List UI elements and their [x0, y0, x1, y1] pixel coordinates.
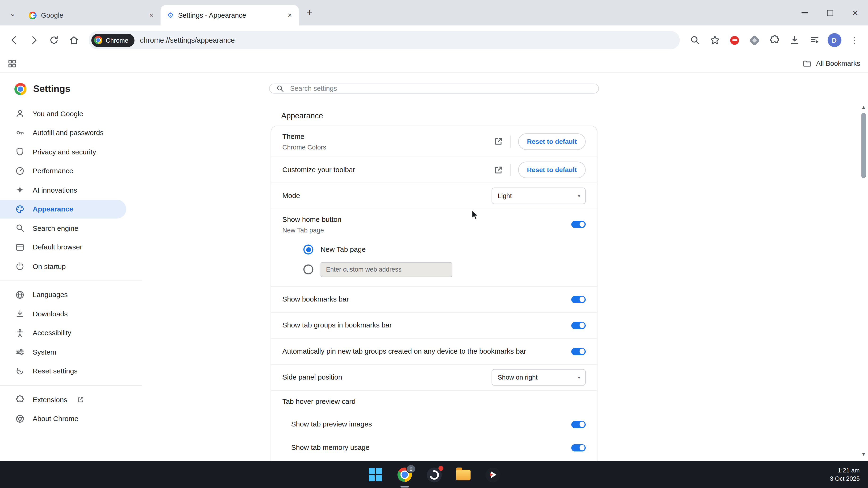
scrollbar-thumb[interactable]	[861, 113, 866, 178]
forward-button[interactable]	[24, 31, 43, 50]
home-button[interactable]	[64, 31, 83, 50]
taskbar-obs-button[interactable]	[426, 466, 442, 483]
tab-groups-toggle[interactable]	[571, 322, 586, 329]
external-link-icon[interactable]	[494, 137, 503, 146]
sidebar-item-label: Privacy and security	[33, 148, 96, 156]
taskbar-file-explorer-button[interactable]	[455, 466, 471, 483]
sidebar-item-label: Search engine	[33, 224, 78, 232]
settings-search-input[interactable]	[289, 84, 592, 93]
reload-button[interactable]	[44, 31, 63, 50]
scroll-down-icon[interactable]: ▼	[860, 451, 867, 458]
radio-unselected-icon[interactable]	[303, 264, 313, 274]
tab-close-icon[interactable]: ✕	[147, 10, 156, 20]
all-bookmarks-button[interactable]: All Bookmarks	[803, 59, 860, 68]
radio-selected-icon[interactable]	[303, 245, 313, 254]
sidebar-item-privacy[interactable]: Privacy and security	[0, 142, 126, 161]
reset-theme-button[interactable]: Reset to default	[518, 133, 586, 150]
sidebar-item-downloads[interactable]: Downloads	[0, 304, 126, 323]
start-button[interactable]	[367, 466, 383, 483]
sidebar-item-languages[interactable]: Languages	[0, 285, 126, 304]
new-tab-page-option[interactable]: New Tab page	[271, 239, 597, 259]
reset-toolbar-button[interactable]: Reset to default	[518, 161, 586, 178]
sidebar-item-extensions[interactable]: Extensions	[0, 390, 126, 409]
sidebar-item-system[interactable]: System	[0, 343, 126, 362]
tab-preview-toggle[interactable]	[571, 421, 586, 428]
tab-hover-label: Tab hover preview card	[282, 397, 577, 407]
external-link-icon[interactable]	[494, 165, 503, 175]
zoom-button[interactable]	[685, 31, 704, 50]
gray-extension-icon	[749, 35, 760, 45]
sidebar-item-label: Reset settings	[33, 367, 78, 375]
sidebar-item-on-startup[interactable]: On startup	[0, 257, 126, 276]
file-explorer-icon	[456, 469, 470, 480]
media-controls-icon	[809, 35, 819, 45]
sidebar-item-ai-innovations[interactable]: AI innovations	[0, 181, 126, 199]
tab-search-chevron-icon[interactable]: ⌄	[5, 6, 20, 21]
setting-row-tab-hover: Tab hover preview card	[271, 390, 597, 413]
sidebar-divider	[0, 280, 142, 281]
sidebar-item-reset-settings[interactable]: Reset settings	[0, 362, 126, 381]
show-home-button-toggle[interactable]	[571, 221, 586, 228]
notification-badge	[438, 465, 444, 471]
sidebar-item-performance[interactable]: Performance	[0, 161, 126, 181]
setting-row-tab-preview: Show tab preview images	[271, 413, 597, 436]
sidebar-item-autofill[interactable]: Autofill and passwords	[0, 123, 126, 142]
close-button[interactable]: ✕	[842, 0, 868, 26]
show-bookmarks-bar-toggle[interactable]	[571, 296, 586, 303]
taskbar-clock[interactable]: 1:21 am 3 Oct 2025	[830, 466, 868, 483]
sidebar-item-search-engine[interactable]: Search engine	[0, 219, 126, 238]
globe-icon	[16, 290, 25, 299]
custom-web-address-input[interactable]	[320, 262, 453, 277]
page-scrollbar[interactable]: ▲ ▼	[860, 104, 867, 458]
clock-time: 1:21 am	[830, 466, 860, 475]
scroll-up-icon[interactable]: ▲	[860, 104, 867, 110]
bookmark-star-button[interactable]	[705, 31, 724, 50]
tab-google[interactable]: Google ✕	[22, 5, 161, 26]
window-controls: ✕	[792, 0, 868, 26]
zoom-icon	[689, 35, 700, 45]
settings-search[interactable]	[269, 84, 599, 93]
address-bar[interactable]: Chrome chrome://settings/appearance	[89, 31, 680, 49]
auto-pin-toggle[interactable]	[571, 348, 586, 355]
tab-settings-appearance[interactable]: ⚙ Settings - Appearance ✕	[161, 5, 299, 26]
extensions-menu-button[interactable]	[765, 31, 784, 50]
taskbar-chrome-button[interactable]: 0	[396, 466, 413, 483]
mode-select[interactable]: Light ▾	[492, 188, 586, 204]
chrome-badge: Chrome	[91, 33, 134, 47]
mode-value: Light	[498, 192, 512, 200]
sidebar-item-you-and-google[interactable]: You and Google	[0, 104, 126, 123]
sidebar-item-label: Accessibility	[33, 329, 71, 337]
sidebar-item-default-browser[interactable]: Default browser	[0, 238, 126, 257]
url-text: chrome://settings/appearance	[140, 36, 235, 44]
back-button[interactable]	[4, 31, 23, 50]
home-icon	[68, 35, 79, 45]
sidebar-item-about-chrome[interactable]: About Chrome	[0, 409, 126, 428]
chrome-logo-icon	[94, 36, 102, 44]
tab-close-icon[interactable]: ✕	[285, 10, 294, 20]
extension-gray-button[interactable]	[745, 31, 764, 50]
profile-avatar: D	[828, 33, 841, 47]
apps-grid-icon[interactable]	[8, 59, 17, 68]
tab-title: Google	[41, 11, 142, 19]
sidebar-item-label: Downloads	[33, 310, 68, 318]
sidebar-item-accessibility[interactable]: Accessibility	[0, 323, 126, 343]
speedometer-icon	[16, 166, 25, 175]
media-controls-button[interactable]	[805, 31, 824, 50]
tab-memory-toggle[interactable]	[571, 444, 586, 451]
downloads-button[interactable]	[785, 31, 804, 50]
new-tab-button[interactable]: +	[302, 6, 316, 21]
restore-icon	[16, 366, 25, 376]
side-panel-select[interactable]: Show on right ▾	[492, 369, 586, 385]
profile-button[interactable]: D	[825, 31, 844, 50]
sidebar-item-appearance[interactable]: Appearance	[0, 199, 126, 219]
chrome-badge-count: 0	[406, 465, 416, 473]
extension-red-button[interactable]	[725, 31, 744, 50]
sparkle-icon	[16, 186, 25, 195]
minimize-button[interactable]	[792, 0, 817, 26]
taskbar-media-player-button[interactable]	[485, 466, 501, 483]
customize-toolbar-label: Customize your toolbar	[282, 165, 485, 175]
browser-menu-button[interactable]: ⋮	[845, 31, 864, 50]
maximize-button[interactable]	[817, 0, 842, 26]
custom-address-option[interactable]	[271, 260, 597, 280]
show-bookmarks-bar-label: Show bookmarks bar	[282, 294, 563, 304]
